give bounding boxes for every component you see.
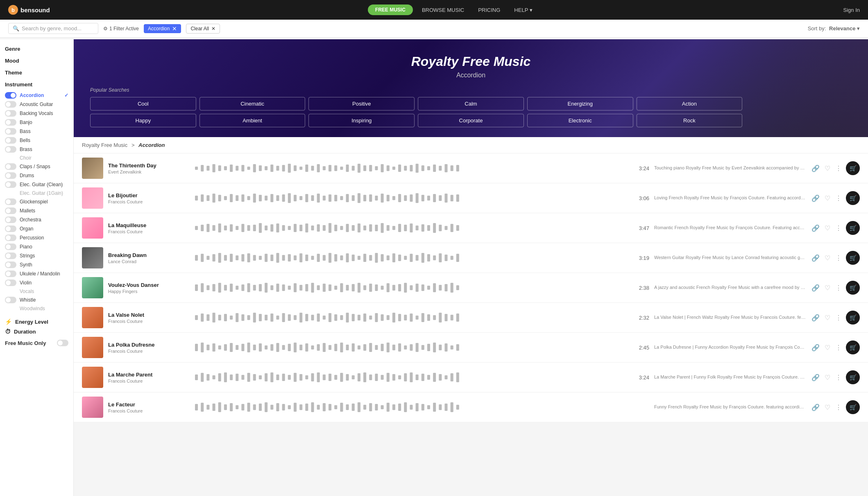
sidebar-duration-section[interactable]: ⏱ Duration: [5, 328, 68, 335]
brass-toggle[interactable]: [5, 146, 16, 153]
track-link-button[interactable]: 🔗: [811, 253, 820, 263]
sidebar-item-whistle[interactable]: Whistle: [5, 295, 68, 304]
track-like-button[interactable]: ♡: [824, 194, 831, 203]
track-cart-button[interactable]: 🛒: [846, 251, 860, 265]
claps-snaps-toggle[interactable]: [5, 163, 16, 170]
track-like-button[interactable]: ♡: [824, 223, 831, 233]
strings-toggle[interactable]: [5, 253, 16, 259]
free-music-nav-button[interactable]: FREE MUSIC: [368, 5, 413, 15]
waveform[interactable]: [195, 192, 630, 205]
track-more-button[interactable]: ⋮: [834, 283, 843, 293]
sidebar-item-bells[interactable]: Bells: [5, 136, 68, 145]
waveform[interactable]: [195, 281, 630, 294]
track-more-button[interactable]: ⋮: [834, 313, 843, 322]
remove-accordion-filter-icon[interactable]: ✕: [172, 26, 177, 32]
sort-value[interactable]: Relevance: [829, 25, 855, 32]
track-link-button[interactable]: 🔗: [811, 313, 820, 322]
sidebar-item-brass[interactable]: Brass: [5, 145, 68, 154]
track-like-button[interactable]: ♡: [824, 373, 831, 382]
sidebar-item-orchestra[interactable]: Orchestra: [5, 215, 68, 224]
mood-calm-button[interactable]: Calm: [418, 97, 524, 110]
sidebar-item-claps-snaps[interactable]: Claps / Snaps: [5, 162, 68, 171]
track-more-button[interactable]: ⋮: [834, 253, 843, 263]
track-more-button[interactable]: ⋮: [834, 343, 843, 352]
sidebar-item-synth[interactable]: Synth: [5, 260, 68, 269]
sidebar-item-elec-guitar-clean[interactable]: Elec. Guitar (Clean): [5, 180, 68, 189]
sidebar-item-strings[interactable]: Strings: [5, 251, 68, 260]
backing-vocals-toggle[interactable]: [5, 110, 16, 117]
sidebar-mood-title[interactable]: Mood: [5, 58, 68, 64]
accordion-filter-chip[interactable]: Accordion ✕: [144, 24, 181, 33]
mood-energizing-button[interactable]: Energizing: [527, 97, 633, 110]
track-title[interactable]: La Marche Parent: [108, 372, 190, 378]
track-title[interactable]: Breaking Dawn: [108, 252, 190, 258]
mood-inspiring-button[interactable]: Inspiring: [308, 114, 415, 127]
sidebar-instrument-title[interactable]: Instrument: [5, 81, 68, 88]
sidebar-item-drums[interactable]: Drums: [5, 171, 68, 180]
mood-ambient-button[interactable]: Ambient: [199, 114, 306, 127]
track-title[interactable]: La Valse Nolet: [108, 312, 190, 318]
sidebar-genre-title[interactable]: Genre: [5, 46, 68, 52]
track-more-button[interactable]: ⋮: [834, 164, 843, 173]
track-artist[interactable]: Evert Zeevalkink: [108, 169, 190, 174]
banjo-toggle[interactable]: [5, 119, 16, 126]
waveform[interactable]: [195, 401, 630, 414]
track-cart-button[interactable]: 🛒: [846, 370, 860, 384]
track-artist[interactable]: Lance Conrad: [108, 259, 190, 264]
track-artist[interactable]: Francois Couture: [108, 379, 190, 383]
breadcrumb-royalty-free-music[interactable]: Royalty Free Music: [82, 142, 127, 148]
track-like-button[interactable]: ♡: [824, 343, 831, 352]
track-like-button[interactable]: ♡: [824, 313, 831, 322]
sidebar-theme-title[interactable]: Theme: [5, 70, 68, 76]
track-more-button[interactable]: ⋮: [834, 403, 843, 412]
track-more-button[interactable]: ⋮: [834, 223, 843, 233]
sidebar-item-organ[interactable]: Organ: [5, 224, 68, 233]
bass-toggle[interactable]: [5, 128, 16, 135]
track-artist[interactable]: Francois Couture: [108, 408, 190, 413]
track-like-button[interactable]: ♡: [824, 403, 831, 412]
mood-positive-button[interactable]: Positive: [308, 97, 415, 110]
orchestra-toggle[interactable]: [5, 216, 16, 223]
track-title[interactable]: Le Bijoutier: [108, 192, 190, 198]
sidebar-item-bass[interactable]: Bass: [5, 127, 68, 136]
sort-chevron-icon[interactable]: ▾: [857, 25, 860, 32]
waveform[interactable]: [195, 162, 630, 175]
mood-corporate-button[interactable]: Corporate: [418, 114, 524, 127]
logo[interactable]: b bensound: [8, 5, 50, 15]
sidebar-item-violin[interactable]: Violin: [5, 278, 68, 287]
track-link-button[interactable]: 🔗: [811, 373, 820, 382]
organ-toggle[interactable]: [5, 225, 16, 232]
mood-happy-button[interactable]: Happy: [90, 114, 196, 127]
waveform[interactable]: [195, 221, 630, 234]
mood-electronic-button[interactable]: Electronic: [527, 114, 633, 127]
waveform[interactable]: [195, 251, 630, 264]
bells-toggle[interactable]: [5, 137, 16, 144]
mood-cinematic-button[interactable]: Cinematic: [199, 97, 306, 110]
synth-toggle[interactable]: [5, 262, 16, 268]
search-box[interactable]: 🔍 Search by genre, mood...: [8, 23, 98, 34]
glockenspiel-toggle[interactable]: [5, 198, 16, 205]
mood-action-button[interactable]: Action: [637, 97, 743, 110]
violin-toggle[interactable]: [5, 280, 16, 286]
track-title[interactable]: The Thirteenth Day: [108, 162, 190, 169]
track-link-button[interactable]: 🔗: [811, 164, 820, 173]
sidebar-item-piano[interactable]: Piano: [5, 242, 68, 251]
help-nav-button[interactable]: HELP ▾: [509, 5, 537, 16]
piano-toggle[interactable]: [5, 243, 16, 250]
whistle-toggle[interactable]: [5, 297, 16, 303]
mallets-toggle[interactable]: [5, 207, 16, 214]
pricing-nav-button[interactable]: PRICING: [473, 5, 505, 16]
track-cart-button[interactable]: 🛒: [846, 191, 860, 205]
track-title[interactable]: La Polka Dufresne: [108, 342, 190, 348]
track-link-button[interactable]: 🔗: [811, 283, 820, 293]
track-title[interactable]: Voulez-Vous Danser: [108, 282, 190, 288]
sidebar-item-banjo[interactable]: Banjo: [5, 118, 68, 127]
track-artist[interactable]: Francois Couture: [108, 229, 190, 234]
track-title[interactable]: Le Facteur: [108, 401, 190, 408]
track-cart-button[interactable]: 🛒: [846, 281, 860, 295]
track-cart-button[interactable]: 🛒: [846, 161, 860, 175]
track-artist[interactable]: Francois Couture: [108, 199, 190, 204]
waveform[interactable]: [195, 341, 630, 354]
clear-all-icon[interactable]: ✕: [211, 26, 215, 32]
browse-music-nav-button[interactable]: BROWSE MUSIC: [417, 5, 469, 16]
